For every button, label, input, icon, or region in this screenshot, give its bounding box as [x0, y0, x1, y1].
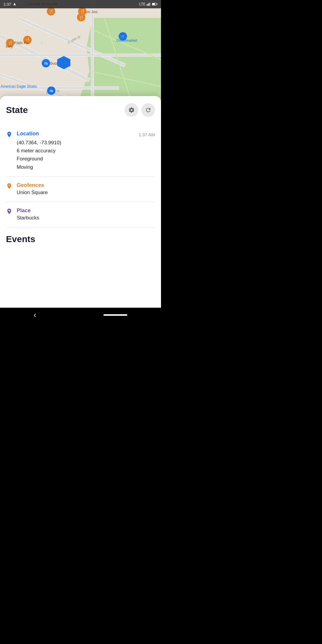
settings-button[interactable] [125, 103, 138, 117]
svg-text:›: › [101, 32, 102, 35]
location-icon [6, 131, 13, 140]
place-icon [6, 208, 13, 216]
location-state: Moving [17, 163, 155, 171]
events-section: Events [6, 234, 155, 244]
nav-bar: ‹ [0, 308, 161, 322]
location-coords: (40.7364, -73.9910) [17, 139, 155, 147]
svg-point-31 [8, 210, 10, 211]
barn-joo-food-pin[interactable]: 🍴 [78, 7, 86, 16]
home-gesture-pill[interactable] [103, 314, 127, 316]
place-label: Place [17, 208, 31, 213]
sheet-title: State [6, 105, 28, 115]
shopping-pin-2[interactable]: 🛍 [42, 59, 50, 67]
bottom-sheet: State Location 1:37 AM [0, 96, 161, 308]
location-accuracy: 6 meter accuracy [17, 147, 155, 155]
location-timestamp: 1:37 AM [139, 132, 155, 137]
svg-rect-5 [152, 3, 155, 5]
place-section: Place Starbucks [6, 202, 155, 227]
geofences-label: Geofences [17, 182, 44, 188]
flats-fix-label: Flats Fix [14, 41, 29, 45]
header-buttons [125, 103, 155, 117]
navigation-icon [13, 2, 16, 6]
svg-rect-6 [157, 4, 157, 5]
noodle-pin[interactable]: 🍴 [47, 7, 55, 16]
geofences-value: Union Square [17, 188, 155, 196]
svg-rect-1 [148, 4, 148, 6]
refresh-button[interactable] [141, 103, 155, 117]
svg-rect-0 [147, 4, 147, 6]
events-title: Events [6, 234, 155, 244]
map-container[interactable]: › › › › E 16th St E 15th St Union 🍴 Barn… [0, 0, 161, 110]
kery-label: kery [6, 44, 13, 49]
place-content: Place Starbucks [17, 208, 155, 222]
signal-bars-icon [147, 2, 151, 6]
back-button[interactable]: ‹ [34, 310, 36, 320]
location-section: Location 1:37 AM (40.7364, -73.9910) 6 m… [6, 125, 155, 177]
svg-rect-3 [150, 3, 151, 6]
status-time: 1:37 [4, 2, 11, 7]
battery-icon [152, 3, 157, 6]
shopping-pin-1[interactable]: 🛍 [47, 86, 55, 95]
location-content: Location 1:37 AM (40.7364, -73.9910) 6 m… [17, 131, 155, 171]
geofences-icon [6, 183, 13, 191]
svg-rect-2 [149, 3, 149, 6]
location-mode: Foreground [17, 155, 155, 163]
place-value: Starbucks [17, 214, 155, 222]
status-bar: 1:37 LTE [0, 0, 161, 8]
sheet-header: State [6, 103, 155, 117]
location-label: Location [17, 131, 39, 137]
geofences-content: Geofences Union Square [17, 182, 155, 196]
greenmarket-label: Greenmarket [116, 38, 137, 43]
american-eagle-label: American Eagle Studio [1, 84, 37, 89]
signal-label: LTE [139, 2, 145, 6]
geofences-section: Geofences Union Square [6, 177, 155, 202]
